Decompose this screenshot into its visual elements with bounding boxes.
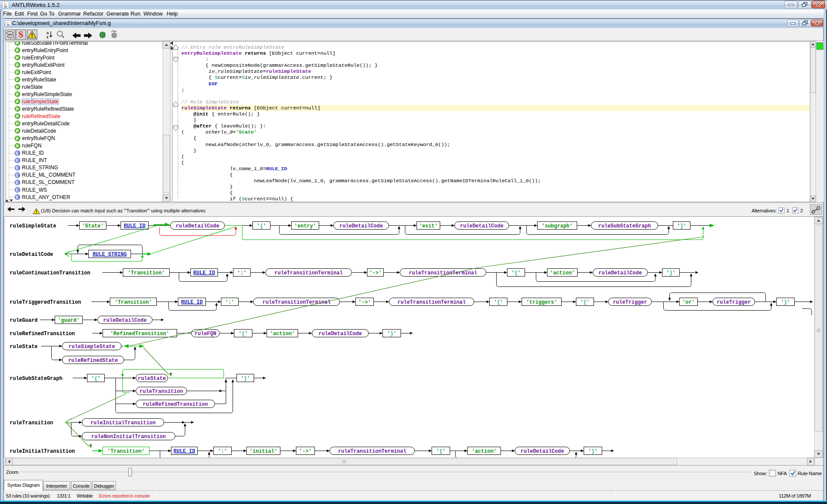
svg-text:ruleSubStateGraph: ruleSubStateGraph [10,376,62,382]
svg-text:ruleSimpleState: ruleSimpleState [68,344,115,350]
svg-text:'action': 'action' [270,331,295,337]
svg-text:RULE_ID: RULE_ID [193,270,215,276]
svg-text:ruleTrigger: ruleTrigger [717,299,751,305]
svg-text:'}': '}' [241,376,250,382]
svg-text:ruleNonInitialTransition: ruleNonInitialTransition [91,434,166,440]
svg-text:'entry': 'entry' [294,223,316,229]
svg-text:'Transition': 'Transition' [127,270,165,276]
svg-text:'}': '}' [781,299,790,305]
svg-text:RULE_ID: RULE_ID [124,223,145,229]
svg-text:ruleRefinedState: ruleRefinedState [68,358,118,364]
svg-text:'{': '{' [436,448,446,454]
svg-text:'Transition': 'Transition' [107,448,144,454]
svg-text:ruleInitialTransition: ruleInitialTransition [90,420,155,426]
svg-text:':': ':' [218,448,227,454]
svg-text:ruleGuard: ruleGuard [10,317,38,324]
svg-text:ruleFQN: ruleFQN [195,331,216,337]
svg-text:':': ':' [237,270,247,276]
svg-text:ruleTransitionTerminal: ruleTransitionTerminal [398,299,466,305]
svg-text:'exit': 'exit' [419,223,438,229]
svg-text:'initial': 'initial' [249,448,277,454]
svg-text:':': ':' [225,299,235,305]
svg-text:'}': '}' [588,448,598,454]
svg-text:'}': '}' [387,331,397,337]
svg-text:z: z [47,35,49,39]
svg-text:'State': 'State' [82,223,103,229]
svg-text:ruleRefinedTransition: ruleRefinedTransition [10,331,75,337]
svg-text:'RefinedTransition': 'RefinedTransition' [110,331,169,337]
svg-text:ruleTransition: ruleTransition [10,420,53,426]
svg-text:ruleTransitionTerminal: ruleTransitionTerminal [338,448,406,454]
svg-text:ruleDetailCode: ruleDetailCode [599,270,642,276]
svg-text:ruleTransitionTerminal: ruleTransitionTerminal [274,270,342,276]
svg-text:'}': '}' [666,270,676,276]
svg-text:ruleTrigger: ruleTrigger [613,299,647,305]
svg-text:'}': '}' [677,223,687,229]
svg-text:'{': '{' [257,223,266,229]
svg-text:ruleSimpleState: ruleSimpleState [10,223,56,229]
svg-text:RULE_ID: RULE_ID [181,299,202,305]
svg-text:'action': 'action' [550,270,575,276]
svg-text:'->': '->' [299,448,312,454]
svg-text:ruleDetailCode: ruleDetailCode [176,223,219,229]
svg-text:ruleTriggeredTransition: ruleTriggeredTransition [10,299,81,305]
svg-text:ruleTransitionTerminal: ruleTransitionTerminal [262,299,330,305]
svg-text:ruleState: ruleState [10,344,38,350]
svg-text:'guard': 'guard' [58,317,79,324]
svg-text:a: a [47,31,49,35]
svg-text:'action': 'action' [472,448,497,454]
svg-text:'{': '{' [91,376,101,382]
svg-text:ruleTransitionTerminal: ruleTransitionTerminal [409,270,477,276]
svg-text:ruleState: ruleState [138,376,166,382]
svg-text:'triggers': 'triggers' [526,299,557,305]
svg-text:'{': '{' [494,299,503,305]
svg-text:'{': '{' [580,299,590,305]
svg-text:ruleRefinedTransition: ruleRefinedTransition [143,401,208,408]
svg-text:'subgraph': 'subgraph' [541,223,572,229]
svg-text:'{': '{' [239,331,248,337]
svg-text:ruleTransition: ruleTransition [140,389,183,395]
svg-text:ruleDetailCode: ruleDetailCode [339,223,383,229]
svg-text:'{': '{' [511,270,521,276]
svg-text:'or': 'or' [682,299,695,305]
svg-text:ruleSubStateGraph: ruleSubStateGraph [598,223,651,229]
svg-text:S: S [19,30,23,39]
svg-text:ruleDetailCode: ruleDetailCode [460,223,504,229]
svg-text:ruleDetailCode: ruleDetailCode [521,448,564,454]
svg-text:ruleContinuationTransition: ruleContinuationTransition [10,270,90,276]
svg-text:RULE_STRING: RULE_STRING [93,252,127,258]
svg-text:ruleInitialTransition: ruleInitialTransition [10,448,75,454]
svg-text:'->': '->' [358,299,371,305]
svg-text:'Transition': 'Transition' [115,299,152,305]
svg-text:ruleDetailCode: ruleDetailCode [319,331,362,337]
svg-text:'->': '->' [369,270,382,276]
svg-text:ruleDetailCode: ruleDetailCode [103,317,147,324]
svg-text:RULE_ID: RULE_ID [174,448,195,454]
svg-text:ruleDetailCode: ruleDetailCode [10,252,53,258]
